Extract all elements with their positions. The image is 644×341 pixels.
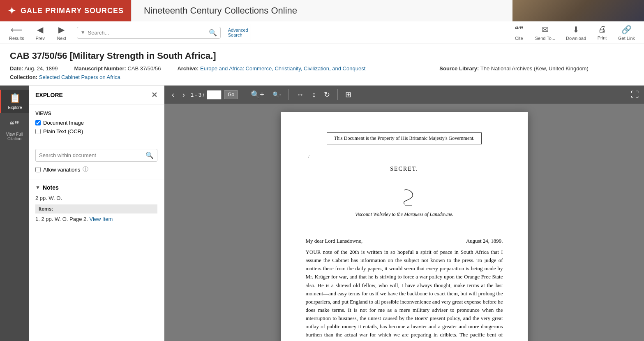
items-label: Items: xyxy=(35,204,157,213)
print-icon: 🖨 xyxy=(598,25,606,34)
collapse-icon: ▼ xyxy=(35,185,40,190)
viewer-content: This Document is the Property of His Bri… xyxy=(164,104,644,341)
results-label: Results xyxy=(9,36,24,41)
viewer-toolbar: ‹ › 1 - 3 / 2 Go 🔍+ 🔍- ↔ ↕ ↻ ⊞ ⛶ xyxy=(164,86,644,104)
download-icon: ⬇ xyxy=(572,25,579,35)
next-page-button[interactable]: › xyxy=(180,89,187,100)
document-page: This Document is the Property of His Bri… xyxy=(281,112,528,341)
source-library-value: The National Archives (Kew, United Kingd… xyxy=(480,65,589,72)
from-to: Viscount Wolseley to the Marquess of Lan… xyxy=(306,211,503,218)
manuscript-label: Manuscript Number: xyxy=(74,65,126,72)
folio-mark: - / - xyxy=(306,153,503,160)
explore-panel: EXPLORE ✕ VIEWS Document Image Plain Tex… xyxy=(29,86,164,341)
archive-field: Archive: Europe and Africa: Commerce, Ch… xyxy=(177,65,365,72)
page-input[interactable]: 2 xyxy=(207,90,222,100)
view-item-link[interactable]: View Item xyxy=(90,216,113,222)
go-button[interactable]: Go xyxy=(224,90,238,99)
fullscreen-button[interactable]: ⛶ xyxy=(631,90,639,100)
search-bar: ▼ 🔍 xyxy=(77,27,221,39)
gale-star-icon: ✦ xyxy=(7,5,16,17)
banner-image xyxy=(512,0,644,21)
manuscript-value: CAB 37/50/56 xyxy=(127,65,161,72)
collection-link[interactable]: Selected Cabinet Papers on Africa xyxy=(39,74,120,80)
notes-section: ▼ Notes 2 pp. W. O. Items: 1. 2 pp. W. O… xyxy=(29,179,164,227)
collection-field: Collection: Selected Cabinet Papers on A… xyxy=(10,74,120,80)
notes-title: Notes xyxy=(43,184,59,191)
notes-pp: 2 pp. W. O. xyxy=(35,195,157,201)
send-to-label: Send To... xyxy=(535,36,555,41)
search-input[interactable] xyxy=(88,30,209,36)
rotate-button[interactable]: ↻ xyxy=(321,89,332,100)
thumbnail-view-button[interactable]: ⊞ xyxy=(343,89,354,100)
view-full-citation-button[interactable]: ❝❞ View Full Citation xyxy=(0,116,29,144)
viewer-toolbar-divider-1 xyxy=(243,89,243,100)
secret-label: SECRET. xyxy=(306,165,503,174)
search-within-icon[interactable]: 🔍 xyxy=(145,151,154,159)
fit-height-button[interactable]: ↕ xyxy=(309,89,318,100)
citation-icon: ❝❞ xyxy=(9,120,19,130)
explore-panel-header: EXPLORE ✕ xyxy=(29,86,164,105)
download-button[interactable]: ⬇ Download xyxy=(561,23,591,42)
notes-header[interactable]: ▼ Notes xyxy=(35,184,157,191)
toolbar-divider-1 xyxy=(251,24,251,41)
prev-label: Prev xyxy=(35,36,45,41)
brand-name: GALE PRIMARY SOURCES xyxy=(21,7,124,15)
document-text: This Document is the Property of His Bri… xyxy=(306,132,503,341)
document-image-row: Document Image xyxy=(35,120,157,126)
allow-variations-checkbox[interactable] xyxy=(35,167,41,172)
document-viewer: ‹ › 1 - 3 / 2 Go 🔍+ 🔍- ↔ ↕ ↻ ⊞ ⛶ xyxy=(164,86,644,341)
next-icon: ▶ xyxy=(58,25,65,35)
print-button[interactable]: 🖨 Print xyxy=(592,23,612,42)
prev-button[interactable]: ◀ Prev xyxy=(30,23,51,42)
notes-item-1: 1. 2 pp. W. O. Page 2. View Item xyxy=(35,216,157,222)
explore-title: EXPLORE xyxy=(35,92,63,98)
search-dropdown-icon[interactable]: ▼ xyxy=(81,30,85,35)
signature-area xyxy=(306,186,503,206)
next-label: Next xyxy=(57,36,66,41)
document-metadata: Date: Aug. 24, 1899 Manuscript Number: C… xyxy=(10,65,634,80)
fit-width-button[interactable]: ↔ xyxy=(294,89,306,100)
toolbar-right-actions: ❝❞ Cite ✉ Send To... ⬇ Download 🖨 Print … xyxy=(509,23,640,42)
plain-text-label: Plain Text (OCR) xyxy=(43,128,83,135)
advanced-search-link[interactable]: Advanced Search xyxy=(228,28,248,37)
manuscript-field: Manuscript Number: CAB 37/50/56 xyxy=(74,65,161,72)
send-to-button[interactable]: ✉ Send To... xyxy=(530,23,560,42)
document-image-label: Document Image xyxy=(43,120,84,126)
prev-page-button[interactable]: ‹ xyxy=(169,89,177,100)
viewer-toolbar-divider-2 xyxy=(289,89,289,100)
page-range: 1 - 3 / xyxy=(191,92,204,98)
results-icon: ⟵ xyxy=(11,25,23,35)
zoom-out-button[interactable]: 🔍- xyxy=(270,90,284,99)
search-within-input[interactable] xyxy=(39,152,145,158)
citation-sidebar-label: View Full Citation xyxy=(6,132,23,141)
plain-text-checkbox[interactable] xyxy=(35,129,41,134)
document-image-checkbox[interactable] xyxy=(35,120,41,125)
left-sidebar: 📋 Explore ❝❞ View Full Citation xyxy=(0,86,29,341)
archive-link[interactable]: Europe and Africa: Commerce, Christianit… xyxy=(200,65,365,72)
letter-salutation: My dear Lord Lansdowne, xyxy=(306,237,363,246)
cite-label: Cite xyxy=(515,36,523,41)
zoom-in-button[interactable]: 🔍+ xyxy=(248,89,267,100)
next-button[interactable]: ▶ Next xyxy=(51,23,72,42)
get-link-icon: 🔗 xyxy=(621,25,632,35)
cite-button[interactable]: ❝❞ Cite xyxy=(509,23,529,42)
results-button[interactable]: ⟵ Results xyxy=(4,23,29,42)
top-banner: ✦ GALE PRIMARY SOURCES Nineteenth Centur… xyxy=(0,0,644,21)
search-within-wrap: 🔍 xyxy=(35,149,157,162)
search-icon[interactable]: 🔍 xyxy=(209,29,217,37)
get-link-label: Get Link xyxy=(618,36,635,41)
explore-icon: 📋 xyxy=(9,93,21,104)
date-label: Date: xyxy=(10,65,23,72)
search-within-section: 🔍 Allow variations ⓘ xyxy=(29,143,164,179)
get-link-button[interactable]: 🔗 Get Link xyxy=(613,23,640,42)
signature-svg xyxy=(388,186,421,206)
info-icon[interactable]: ⓘ xyxy=(83,166,88,173)
views-section: VIEWS Document Image Plain Text (OCR) xyxy=(29,105,164,143)
notes-content: 2 pp. W. O. Items: 1. 2 pp. W. O. Page 2… xyxy=(35,195,157,222)
download-label: Download xyxy=(566,36,586,41)
allow-variations-label: Allow variations xyxy=(43,167,80,173)
explore-close-button[interactable]: ✕ xyxy=(151,90,157,100)
date-field: Date: Aug. 24, 1899 xyxy=(10,65,58,72)
explore-sidebar-button[interactable]: 📋 Explore xyxy=(0,90,29,113)
page-nav: 1 - 3 / 2 Go xyxy=(191,90,238,100)
